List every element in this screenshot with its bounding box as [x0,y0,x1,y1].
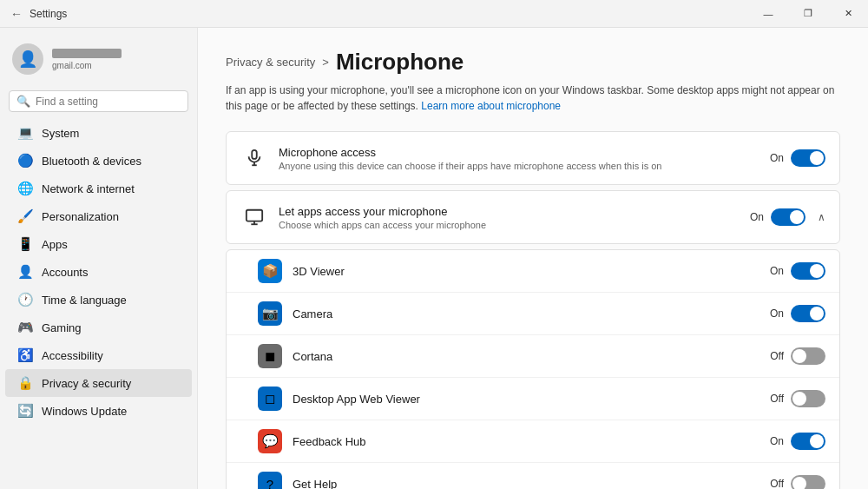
search-box[interactable]: 🔍 [9,90,188,112]
sidebar-item-apps[interactable]: 📱 Apps [5,230,192,258]
search-icon: 🔍 [16,95,30,108]
sidebar-item-label-accounts: Accounts [42,266,88,279]
let-apps-row: Let apps access your microphone Choose w… [227,191,839,243]
sidebar-item-label-system: System [42,127,79,140]
breadcrumb-parent[interactable]: Privacy & security [226,56,315,69]
back-button[interactable]: ← [10,7,23,21]
3dviewer-toggle[interactable] [791,262,825,280]
sidebar-item-privacy[interactable]: 🔒 Privacy & security [5,369,192,397]
learn-more-link[interactable]: Learn more about microphone [421,100,561,112]
camera-status: On [770,307,784,320]
feedbackhub-control: On [770,433,825,450]
let-apps-card: Let apps access your microphone Choose w… [226,190,840,244]
gethelp-status: Off [770,478,784,489]
search-input[interactable] [36,96,181,108]
sidebar-item-accessibility[interactable]: ♿ Accessibility [5,341,192,369]
sidebar-item-label-accessibility: Accessibility [42,349,103,362]
close-button[interactable]: ✕ [828,0,868,28]
app-row-feedbackhub: 💬 Feedback Hub On [227,420,839,463]
sidebar-item-label-network: Network & internet [42,182,135,195]
user-email-sub: gmail.com [52,61,122,70]
nav-list: 💻 System 🔵 Bluetooth & devices 🌐 Network… [0,119,197,425]
sidebar-item-system[interactable]: 💻 System [5,119,192,147]
desktopweb-icon: ◻ [258,387,282,411]
feedbackhub-name: Feedback Hub [293,435,366,448]
gethelp-name: Get Help [293,478,337,489]
microphone-access-toggle[interactable] [791,149,825,167]
apps-icon: 📱 [17,236,33,252]
let-apps-expand[interactable]: ∧ [818,211,825,223]
cortana-text: Cortana [293,348,770,364]
sidebar-item-label-time: Time & language [42,294,127,307]
sidebar-item-label-update: Windows Update [42,405,127,418]
desktopweb-toggle[interactable] [791,390,825,407]
page-title: Microphone [336,49,464,76]
feedbackhub-icon: 💬 [258,429,282,453]
subtitle-text: If an app is using your microphone, you'… [226,83,840,114]
cortana-status: Off [770,350,784,362]
cortana-control: Off [770,347,825,365]
svg-rect-0 [252,150,257,159]
titlebar-left: ← Settings [10,7,67,21]
user-email-blur [52,49,122,58]
3dviewer-status: On [770,265,784,277]
let-apps-title: Let apps access your microphone [279,205,750,218]
camera-toggle[interactable] [791,305,825,322]
desktopweb-name: Desktop App Web Viewer [293,393,420,406]
desktopweb-text: Desktop App Web Viewer [293,391,770,406]
let-apps-desc: Choose which apps can access your microp… [279,220,750,230]
cortana-icon: ◼ [258,344,282,368]
cortana-toggle[interactable] [791,347,825,365]
microphone-access-desc: Anyone using this device can choose if t… [279,161,770,171]
system-icon: 💻 [17,125,33,141]
sidebar-item-accounts[interactable]: 👤 Accounts [5,258,192,286]
feedbackhub-text: Feedback Hub [293,433,770,449]
titlebar-title: Settings [30,8,67,20]
app-row-cortana: ◼ Cortana Off [227,335,839,378]
sidebar-item-update[interactable]: 🔄 Windows Update [5,397,192,425]
camera-name: Camera [293,307,332,320]
personalization-icon: 🖌️ [17,208,33,224]
let-apps-text: Let apps access your microphone Choose w… [279,205,750,230]
cortana-name: Cortana [293,350,332,363]
sidebar-item-label-personalization: Personalization [42,210,119,223]
sidebar: 👤 gmail.com 🔍 💻 System 🔵 Bluetooth & dev… [0,28,198,489]
sidebar-item-label-apps: Apps [42,238,68,251]
restore-button[interactable]: ❐ [788,0,828,28]
app-container: 👤 gmail.com 🔍 💻 System 🔵 Bluetooth & dev… [0,28,868,489]
3dviewer-icon: 📦 [258,259,282,283]
content-area: Privacy & security > Microphone If an ap… [198,28,868,489]
sidebar-item-gaming[interactable]: 🎮 Gaming [5,314,192,341]
gaming-icon: 🎮 [17,320,33,335]
privacy-icon: 🔒 [17,375,33,391]
accounts-icon: 👤 [17,264,33,280]
3dviewer-control: On [770,262,825,280]
feedbackhub-toggle[interactable] [791,433,825,450]
gethelp-toggle[interactable] [791,475,825,489]
sidebar-item-time[interactable]: 🕐 Time & language [5,286,192,314]
let-apps-icon [240,203,268,231]
sidebar-item-label-privacy: Privacy & security [42,377,131,390]
sidebar-item-personalization[interactable]: 🖌️ Personalization [5,202,192,230]
minimize-button[interactable]: — [748,0,788,28]
sidebar-item-bluetooth[interactable]: 🔵 Bluetooth & devices [5,147,192,175]
feedbackhub-status: On [770,435,784,447]
camera-icon: 📷 [258,301,282,326]
breadcrumb: Privacy & security > Microphone [226,49,840,76]
sidebar-item-label-gaming: Gaming [42,321,82,334]
sidebar-item-network[interactable]: 🌐 Network & internet [5,175,192,202]
app-list-card: 📦 3D Viewer On 📷 Camera On ◼ Cortana Off [226,249,840,489]
let-apps-toggle[interactable] [771,208,806,226]
time-icon: 🕐 [17,292,33,307]
microphone-icon [240,144,268,172]
gethelp-icon: ? [258,472,282,489]
desktopweb-status: Off [770,393,784,405]
user-info: gmail.com [52,49,122,70]
microphone-access-card: Microphone access Anyone using this devi… [226,131,840,185]
titlebar: ← Settings — ❐ ✕ [0,0,868,28]
microphone-access-control: On [770,149,825,167]
desktopweb-control: Off [770,390,825,407]
microphone-access-text: Microphone access Anyone using this devi… [279,146,770,171]
gethelp-text: Get Help [293,476,770,489]
app-row-camera: 📷 Camera On [227,293,839,335]
